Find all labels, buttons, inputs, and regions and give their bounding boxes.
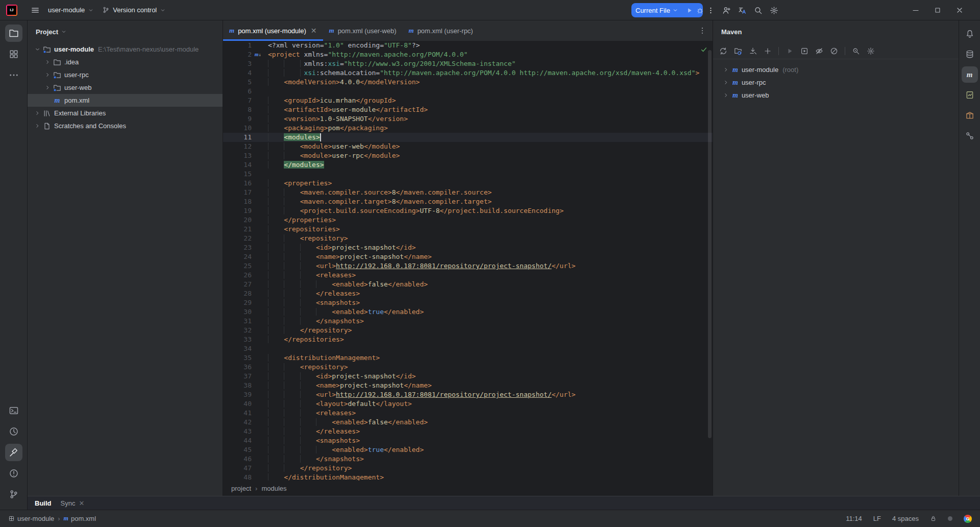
editor-scrollbar[interactable] xyxy=(708,50,712,438)
line-number[interactable]: 21 xyxy=(223,225,263,234)
line-number[interactable]: 28 xyxy=(223,289,263,298)
line-number[interactable]: 27 xyxy=(223,280,263,289)
line-number[interactable]: 10 xyxy=(223,124,263,133)
line-number[interactable]: 20 xyxy=(223,215,263,225)
translate-icon[interactable] xyxy=(738,6,747,15)
main-menu-button[interactable] xyxy=(27,3,44,18)
tool-window-button-maven[interactable]: m xyxy=(962,66,978,83)
line-number[interactable]: 9 xyxy=(223,114,263,124)
line-number[interactable]: 7 xyxy=(223,96,263,105)
tool-window-button-project-folder[interactable] xyxy=(5,25,22,42)
debug-icon[interactable] xyxy=(696,7,704,14)
settings-button[interactable] xyxy=(867,47,875,55)
line-number[interactable]: 44 xyxy=(223,436,263,445)
line-number[interactable]: 33 xyxy=(223,335,263,344)
chevron-right-icon[interactable] xyxy=(43,59,52,65)
vcs-selector[interactable]: Version control xyxy=(98,3,170,17)
project-tree-item-user-web[interactable]: user-web xyxy=(28,81,223,94)
line-number[interactable]: 12 xyxy=(223,142,263,151)
run-widget[interactable]: Current File xyxy=(631,3,703,17)
tool-window-button-structure[interactable] xyxy=(5,45,22,63)
maven-tree-item-user-module[interactable]: muser-module(root) xyxy=(713,63,959,76)
project-tree-item-.idea[interactable]: .idea xyxy=(28,56,223,68)
line-number[interactable]: 17 xyxy=(223,188,263,197)
breadcrumb-modules[interactable]: modules xyxy=(261,485,286,492)
line-number[interactable]: 39 xyxy=(223,390,263,399)
line-number[interactable]: 48 xyxy=(223,473,263,481)
line-number[interactable]: 14 xyxy=(223,160,263,170)
line-number[interactable]: 36 xyxy=(223,363,263,372)
chevron-right-icon[interactable] xyxy=(33,110,42,116)
project-tree-item-scratches-and-consoles[interactable]: Scratches and Consoles xyxy=(28,119,223,132)
line-number[interactable]: 23 xyxy=(223,243,263,252)
run-icon[interactable] xyxy=(685,7,693,14)
tool-window-button-reports[interactable] xyxy=(962,87,978,103)
breadcrumb-project[interactable]: project xyxy=(231,485,251,492)
maven-gutter-icon[interactable]: m↓ xyxy=(255,50,261,59)
translation-plugin-icon[interactable]: G xyxy=(964,515,972,523)
line-number[interactable]: 34 xyxy=(223,344,263,353)
maven-tree-item-user-web[interactable]: muser-web xyxy=(713,89,959,102)
line-number[interactable]: 18 xyxy=(223,197,263,206)
line-number[interactable]: 22 xyxy=(223,234,263,243)
line-number[interactable]: 35 xyxy=(223,353,263,363)
tool-window-button-problems[interactable] xyxy=(5,465,22,482)
tool-window-button-profiler[interactable] xyxy=(5,423,22,440)
search-icon[interactable] xyxy=(754,6,763,15)
close-button[interactable] xyxy=(955,6,964,14)
chevron-right-icon[interactable] xyxy=(43,84,52,91)
caret-position-widget[interactable]: 11:14 xyxy=(846,515,862,522)
tool-window-button-terminal[interactable] xyxy=(5,402,22,419)
line-number[interactable]: 3 xyxy=(223,59,263,68)
line-number[interactable]: 30 xyxy=(223,307,263,317)
settings-icon[interactable] xyxy=(770,6,778,15)
line-number[interactable]: 19 xyxy=(223,206,263,215)
chevron-right-icon[interactable] xyxy=(43,71,52,78)
execute-goal-button[interactable] xyxy=(800,47,808,55)
skip-tests-button[interactable] xyxy=(815,47,823,55)
tool-window-button-more[interactable] xyxy=(5,66,22,84)
indicator-dot[interactable] xyxy=(948,516,952,521)
tab-close-icon[interactable]: ✕ xyxy=(311,27,317,35)
project-selector[interactable]: user-module xyxy=(44,3,98,17)
offline-mode-button[interactable] xyxy=(830,47,838,55)
line-number[interactable]: 41 xyxy=(223,409,263,418)
line-number[interactable]: 2m↓ xyxy=(223,50,263,59)
sync-button[interactable] xyxy=(719,47,727,55)
line-ending-widget[interactable]: LF xyxy=(873,515,881,522)
line-number[interactable]: 38 xyxy=(223,381,263,390)
tool-window-button-database[interactable] xyxy=(962,46,978,62)
tool-window-button-build[interactable] xyxy=(5,444,22,461)
chevron-right-icon[interactable] xyxy=(721,79,730,86)
line-number[interactable]: 15 xyxy=(223,170,263,179)
reload-projects-button[interactable] xyxy=(734,47,742,55)
run-more-icon[interactable] xyxy=(707,7,715,14)
run-button[interactable] xyxy=(786,47,794,55)
indent-widget[interactable]: 4 spaces xyxy=(892,515,919,522)
line-number[interactable]: 5 xyxy=(223,78,263,87)
inspection-check-icon[interactable] xyxy=(700,46,707,53)
line-number[interactable]: 43 xyxy=(223,427,263,436)
line-number[interactable]: 1 xyxy=(223,41,263,50)
project-panel-header[interactable]: Project xyxy=(28,20,223,43)
download-sources-button[interactable] xyxy=(749,47,757,55)
line-number[interactable]: 37 xyxy=(223,372,263,381)
lock-icon[interactable] xyxy=(930,515,937,522)
chevron-right-icon[interactable] xyxy=(33,123,42,129)
tool-window-button-dependencies[interactable] xyxy=(962,128,978,144)
chevron-down-icon[interactable] xyxy=(33,46,42,53)
line-number[interactable]: 4 xyxy=(223,68,263,78)
navbar-item-pom.xml[interactable]: mpom.xml xyxy=(64,515,96,522)
line-number[interactable]: 29 xyxy=(223,298,263,307)
chevron-right-icon[interactable] xyxy=(721,92,730,99)
project-tree-item-user-rpc[interactable]: user-rpc xyxy=(28,68,223,81)
line-number[interactable]: 47 xyxy=(223,464,263,473)
tool-window-button-packages[interactable] xyxy=(962,107,978,124)
editor-tab-pom.xml--user-web-[interactable]: mpom.xml (user-web) xyxy=(323,20,403,41)
line-number[interactable]: 42 xyxy=(223,418,263,427)
line-number[interactable]: 6 xyxy=(223,87,263,96)
line-number[interactable]: 24 xyxy=(223,252,263,261)
editor-tab-pom.xml--user-rpc-[interactable]: mpom.xml (user-rpc) xyxy=(403,20,479,41)
add-button[interactable] xyxy=(764,47,772,55)
editor-tab-pom.xml--user-module-[interactable]: mpom.xml (user-module)✕ xyxy=(223,20,323,41)
